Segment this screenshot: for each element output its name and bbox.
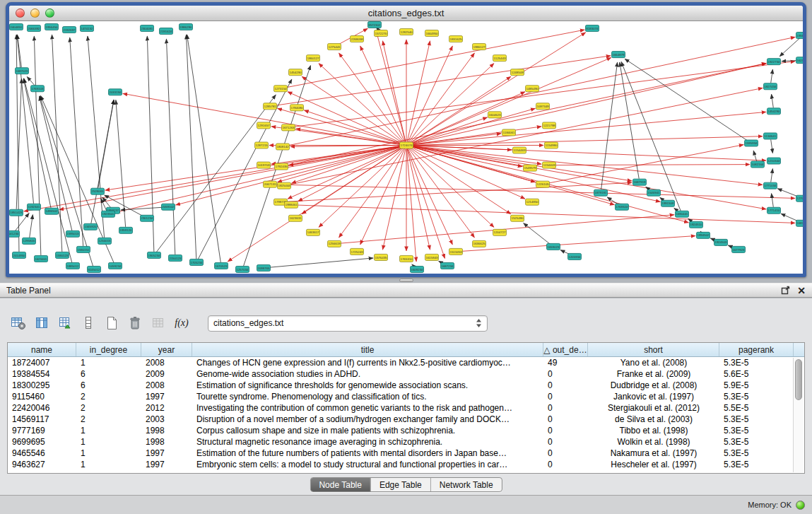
table-cell[interactable]: 0 xyxy=(543,436,588,448)
network-node[interactable]: 1885012 xyxy=(66,262,80,269)
table-cell[interactable]: Franke et al. (2009) xyxy=(588,368,719,380)
network-node[interactable]: 1664950 xyxy=(425,30,439,37)
network-node[interactable]: 1273154 xyxy=(274,86,288,92)
table-cell[interactable]: Corpus callosum shape and size in male p… xyxy=(192,425,543,436)
network-node[interactable]: 1771034 xyxy=(764,182,777,189)
network-node[interactable]: 1687919 xyxy=(633,179,647,185)
table-cell[interactable]: de Silva et al. (2003) xyxy=(588,414,719,425)
network-node[interactable]: 1636625 xyxy=(473,240,486,247)
table-cell[interactable]: 6 xyxy=(76,368,141,380)
network-node[interactable]: 1590123 xyxy=(56,252,69,258)
network-node[interactable]: 1769324 xyxy=(616,204,629,210)
network-node[interactable]: 1184061 xyxy=(502,129,516,136)
column-header-5[interactable]: △ out_de… xyxy=(543,343,588,356)
network-view-window[interactable]: citations_edges.txt 17240741154980122179… xyxy=(6,2,806,277)
table-row[interactable]: 1456911722003Disruption of a novel membe… xyxy=(8,414,804,425)
network-node[interactable]: 1924510 xyxy=(690,221,703,228)
network-node[interactable]: 1879181 xyxy=(594,189,608,196)
network-node[interactable]: 1670523 xyxy=(215,262,228,269)
table-cell[interactable]: 2 xyxy=(76,414,141,425)
network-node[interactable]: 1576435 xyxy=(375,254,388,260)
table-cell[interactable]: 14569117 xyxy=(8,414,76,425)
table-cell[interactable]: Estimation of significance thresholds fo… xyxy=(192,380,543,391)
network-node[interactable]: 1924503 xyxy=(714,239,728,245)
network-node[interactable]: 1771410 xyxy=(767,207,781,214)
network-node[interactable]: 2066392 xyxy=(28,25,41,32)
network-node[interactable]: 2150123 xyxy=(169,255,182,261)
table-cell[interactable]: 9465546 xyxy=(8,448,76,459)
network-node[interactable]: 1956423 xyxy=(796,33,804,39)
table-cell[interactable]: 9699695 xyxy=(8,436,76,448)
network-node[interactable]: 1192341 xyxy=(28,204,41,210)
network-node[interactable]: 1287215 xyxy=(255,142,269,148)
table-cell[interactable]: Structural magnetic resonance image aver… xyxy=(192,436,543,448)
network-node[interactable]: 1959120 xyxy=(119,227,133,233)
table-cell[interactable]: 6 xyxy=(76,380,141,391)
table-cell[interactable]: Disruption of a novel member of a sodium… xyxy=(192,414,543,425)
table-cell[interactable]: 1997 xyxy=(141,391,192,402)
table-cell[interactable]: 1997 xyxy=(141,459,192,470)
column-header-2[interactable]: in_degree xyxy=(76,343,141,356)
network-node[interactable]: 1454290 xyxy=(767,108,781,115)
table-cell[interactable]: Yano et al. (2008) xyxy=(588,357,719,368)
table-row[interactable]: 1938455462009Genome-wide association stu… xyxy=(8,368,804,380)
table-cell[interactable]: Dudbridge et al. (2008) xyxy=(588,380,719,391)
network-node[interactable]: 1154469 xyxy=(513,147,526,153)
network-node[interactable]: 1282540 xyxy=(400,29,413,35)
network-node[interactable]: 2014950 xyxy=(13,252,26,258)
column-header-1[interactable]: name xyxy=(8,343,76,356)
table-cell[interactable]: Jankovic et al. (1997) xyxy=(588,391,719,402)
table-cell[interactable]: 5.3E-5 xyxy=(719,425,794,436)
network-node[interactable]: 1623401 xyxy=(35,255,48,262)
table-cell[interactable]: 1 xyxy=(76,436,141,448)
table-row[interactable]: 946554611997Estimation of the future num… xyxy=(8,448,804,459)
table-cell[interactable]: Stergiakouli et al. (2012) xyxy=(588,402,719,414)
table-cell[interactable]: Embryonic stem cells: a model to study s… xyxy=(192,459,543,470)
column-header-7[interactable]: pagerank xyxy=(719,343,794,356)
table-cell[interactable]: Tibbo et al. (1998) xyxy=(588,425,719,436)
table-cell[interactable]: 0 xyxy=(543,448,588,459)
network-node[interactable]: 1474132 xyxy=(81,25,94,32)
table-cell[interactable]: 22420046 xyxy=(8,402,76,414)
table-cell[interactable]: 0 xyxy=(543,414,588,425)
network-node[interactable]: 1549579 xyxy=(524,165,537,171)
table-cell[interactable]: Wolkin et al. (1998) xyxy=(588,436,719,448)
delete-icon[interactable] xyxy=(126,315,143,332)
panel-splitter-handle[interactable] xyxy=(399,279,413,282)
network-node[interactable]: 1604623 xyxy=(488,112,502,118)
table-cell[interactable]: 5.3E-5 xyxy=(719,436,794,448)
network-node[interactable]: 1831625 xyxy=(449,36,463,42)
tab-node-table[interactable]: Node Table xyxy=(310,478,370,491)
network-node[interactable]: 1041234 xyxy=(9,230,20,237)
table-cell[interactable]: 5.3E-5 xyxy=(719,448,794,459)
network-node[interactable]: 1059234 xyxy=(109,262,122,269)
network-node[interactable]: 1991509 xyxy=(661,200,675,206)
network-node[interactable]: 1923501 xyxy=(102,211,115,217)
network-node[interactable]: 1496502 xyxy=(45,208,59,214)
table-cell[interactable]: 5.3E-5 xyxy=(719,357,794,368)
tab-network-table[interactable]: Network Table xyxy=(430,478,502,491)
float-panel-icon[interactable] xyxy=(781,286,790,295)
table-cell[interactable]: 1997 xyxy=(141,448,192,459)
table-cell[interactable]: 0 xyxy=(543,425,588,436)
table-cell[interactable]: 5.3E-5 xyxy=(719,391,794,402)
network-node[interactable]: 1097349 xyxy=(536,103,550,110)
table-cell[interactable]: 0 xyxy=(543,402,588,414)
table-cell[interactable]: 2008 xyxy=(141,380,192,391)
network-node[interactable]: 1956450 xyxy=(45,24,59,30)
network-node[interactable]: 1851423 xyxy=(10,209,23,216)
network-node[interactable]: 1275441 xyxy=(328,44,341,50)
table-row[interactable]: 969969511998Structural magnetic resonanc… xyxy=(8,436,804,448)
network-node[interactable]: 1664879 xyxy=(612,52,625,58)
network-node[interactable]: 1248509 xyxy=(511,69,524,76)
column-header-3[interactable]: year xyxy=(141,343,192,356)
table-cell[interactable]: Investigating the contribution of common… xyxy=(192,402,543,414)
network-node[interactable]: 2059102 xyxy=(162,204,175,210)
table-cell[interactable]: 5.6E-5 xyxy=(719,368,794,380)
network-node[interactable]: 1082164 xyxy=(751,161,765,168)
network-node[interactable]: 8183074 xyxy=(586,25,599,32)
network-node[interactable]: 2191624 xyxy=(160,28,173,35)
network-node[interactable]: 1513453 xyxy=(449,248,463,255)
network-node[interactable]: 1825444 xyxy=(278,182,291,189)
table-cell[interactable]: 18724007 xyxy=(8,357,76,368)
